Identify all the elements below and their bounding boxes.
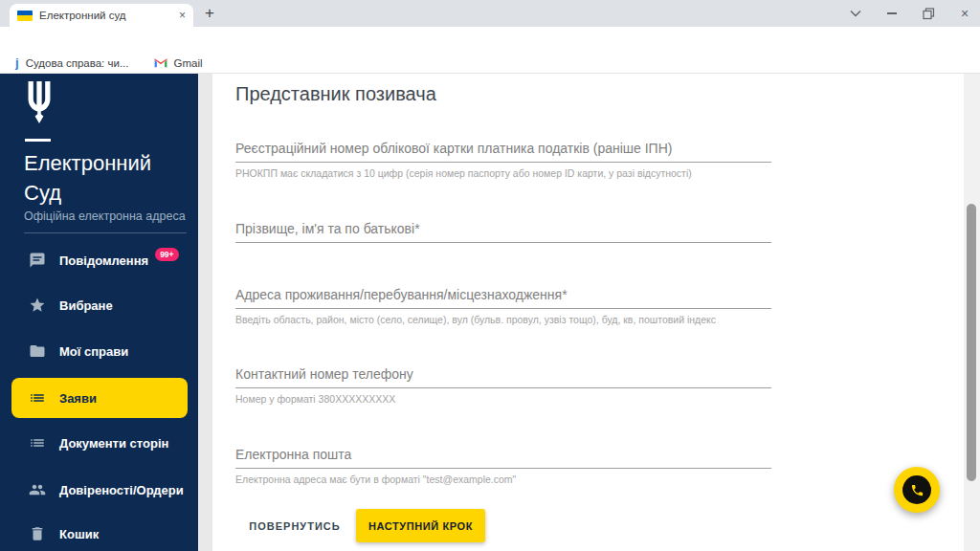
messages-badge: 99+ xyxy=(155,248,178,261)
star-icon xyxy=(29,297,46,314)
people-icon xyxy=(29,481,46,498)
page-title: Представник позивача xyxy=(235,83,436,105)
field-label-email[interactable]: Електронна пошта xyxy=(235,447,771,462)
sidebar-item-label: Повідомлення xyxy=(59,253,148,268)
field-label-full-name[interactable]: Прізвище, ім'я та по батькові* xyxy=(235,221,771,236)
app-title-line2: Суд xyxy=(24,178,151,208)
content-gutter xyxy=(198,74,212,551)
sidebar-item-label: Довіреності/Ордери xyxy=(59,483,184,497)
window-restore-button[interactable] xyxy=(913,0,944,27)
window-minimize-button[interactable] xyxy=(877,0,907,27)
field-underline xyxy=(235,387,771,388)
sidebar-item-party-documents[interactable]: Документи сторін xyxy=(11,423,188,463)
page-viewport: Електронний Суд Офіційна електронна адре… xyxy=(0,74,980,551)
field-underline xyxy=(235,468,771,469)
sidebar-item-label: Документи сторін xyxy=(59,436,168,451)
sidebar-item-favorites[interactable]: Вибране xyxy=(11,285,188,325)
tab-title: Електронний суд xyxy=(39,10,173,21)
sidebar-item-my-cases[interactable]: Мої справи xyxy=(11,331,188,371)
bookmarks-bar: j Судова справа: чи... Gmail xyxy=(0,53,980,74)
sidebar-item-trash[interactable]: Кошик xyxy=(11,514,188,551)
trash-icon xyxy=(29,525,46,542)
ukraine-flag-favicon xyxy=(17,11,33,21)
field-underline xyxy=(235,242,771,243)
field-underline xyxy=(235,308,771,309)
field-label-address[interactable]: Адреса проживання/перебування/місцезнахо… xyxy=(235,287,771,302)
list-icon xyxy=(29,434,46,452)
bookmark-j-icon: j xyxy=(15,55,19,70)
field-hint: Введіть область, район, місто (село, сел… xyxy=(235,314,810,325)
bookmark-item-gmail[interactable]: Gmail xyxy=(174,57,203,69)
field-hint: Номер у форматі 380XXXXXXXXX xyxy=(235,393,810,405)
back-button[interactable]: ПОВЕРНУТИСЬ xyxy=(241,509,348,543)
sidebar-divider xyxy=(24,232,187,233)
field-hint: Електронна адреса має бути в форматі "te… xyxy=(235,474,810,485)
chat-icon xyxy=(29,252,46,269)
app-title: Електронний Суд xyxy=(24,148,151,208)
app-title-line1: Електронний xyxy=(24,148,151,178)
page-scrollbar[interactable] xyxy=(964,74,980,551)
tab-strip: Електронний суд × + × xyxy=(0,0,980,27)
field-label-tax-number[interactable]: Реєстраційний номер облікової картки пла… xyxy=(235,141,771,156)
tab-close-icon[interactable]: × xyxy=(179,9,186,22)
field-label-phone[interactable]: Контактний номер телефону xyxy=(235,366,771,382)
window-close-button[interactable]: × xyxy=(949,0,980,27)
scrollbar-thumb[interactable] xyxy=(967,204,976,481)
field-underline xyxy=(235,162,771,163)
sidebar-item-powers-of-attorney[interactable]: Довіреності/Ордери xyxy=(11,470,188,510)
bookmark-item[interactable]: Судова справа: чи... xyxy=(26,57,129,69)
field-hint: РНОКПП має складатися з 10 цифр (серія н… xyxy=(235,167,810,179)
support-phone-fab[interactable] xyxy=(894,467,940,513)
sidebar: Електронний Суд Офіційна електронна адре… xyxy=(0,74,198,551)
sidebar-item-label: Кошик xyxy=(59,527,99,541)
form-card: Представник позивача Реєстраційний номер… xyxy=(212,74,964,551)
folder-icon xyxy=(29,342,46,360)
sidebar-item-label: Вибране xyxy=(59,298,113,313)
tryzub-logo-icon xyxy=(25,79,54,125)
sidebar-item-claims[interactable]: Заяви xyxy=(11,378,188,418)
browser-tab[interactable]: Електронний суд × xyxy=(10,4,193,27)
gmail-icon xyxy=(154,57,167,68)
phone-icon xyxy=(902,475,931,504)
list-icon xyxy=(29,389,46,407)
window-chevron-icon[interactable] xyxy=(840,0,871,27)
sidebar-item-messages[interactable]: Повідомлення 99+ xyxy=(11,240,188,280)
sidebar-item-label: Мої справи xyxy=(59,344,128,359)
new-tab-button[interactable]: + xyxy=(197,3,222,24)
next-step-button[interactable]: НАСТУПНИЙ КРОК xyxy=(356,509,485,542)
sidebar-item-label: Заяви xyxy=(59,391,97,406)
logo-underline xyxy=(25,139,51,142)
app-subtitle: Офіційна електронна адреса xyxy=(24,209,186,223)
browser-toolbar: ← → cabinet.court.gov.ua/claims/f0c183d1… xyxy=(0,27,980,53)
